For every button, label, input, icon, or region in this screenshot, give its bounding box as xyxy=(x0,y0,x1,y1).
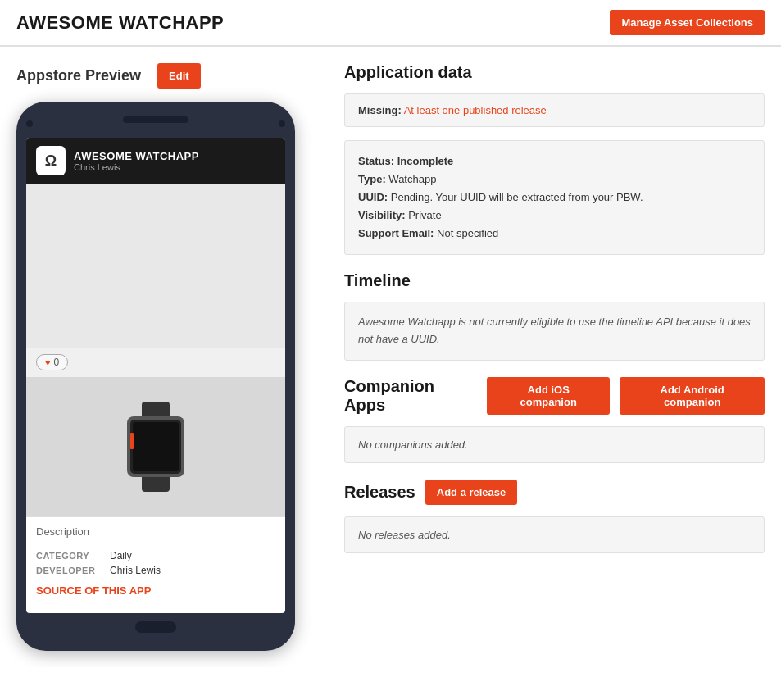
watch-image xyxy=(119,402,193,492)
phone-camera-area xyxy=(26,116,285,131)
missing-text: At least one published release xyxy=(404,104,547,116)
likes-bar: ♥ 0 xyxy=(26,348,285,377)
no-releases-box: No releases added. xyxy=(344,516,765,553)
releases-title: Releases xyxy=(344,483,415,502)
appstore-preview-title: Appstore Preview xyxy=(16,67,141,84)
description-section: Description CATEGORY Daily DEVELOPER Chr… xyxy=(26,516,285,605)
app-header-bar: Ω AWESOME WATCHAPP Chris Lewis xyxy=(26,138,285,184)
releases-section-header: Releases Add a release xyxy=(344,480,765,505)
category-value: Daily xyxy=(110,550,132,561)
add-release-button[interactable]: Add a release xyxy=(425,480,518,505)
app-icon: Ω xyxy=(36,146,66,175)
status-value: Incomplete xyxy=(397,155,454,167)
source-of-app-link[interactable]: SOURCE OF THIS APP xyxy=(36,584,275,597)
app-developer-name: Chris Lewis xyxy=(74,162,199,172)
uuid-row: UUID: Pending. Your UUID will be extract… xyxy=(358,189,751,207)
companion-apps-section-header: Companion Apps Add iOS companion Add And… xyxy=(344,377,765,415)
visibility-row: Visibility: Private xyxy=(358,207,751,225)
type-value: Watchapp xyxy=(388,173,436,185)
category-key: CATEGORY xyxy=(36,551,110,561)
main-content: Appstore Preview Edit Ω AWESOME WATCHAPP… xyxy=(0,47,781,667)
no-companions-box: No companions added. xyxy=(344,426,765,463)
phone-dot-left xyxy=(26,120,33,127)
meta-table: CATEGORY Daily DEVELOPER Chris Lewis xyxy=(36,550,275,576)
type-label: Type: xyxy=(358,173,386,185)
type-row: Type: Watchapp xyxy=(358,170,751,189)
phone-home-button xyxy=(135,621,176,633)
likes-count: 0 xyxy=(54,357,60,368)
watch-preview-area xyxy=(26,377,285,516)
phone-dot-right xyxy=(279,120,285,127)
left-panel-header: Appstore Preview Edit xyxy=(16,63,320,89)
add-ios-companion-button[interactable]: Add iOS companion xyxy=(487,377,610,415)
app-header-text: AWESOME WATCHAPP Chris Lewis xyxy=(74,150,199,172)
status-label: Status: xyxy=(358,155,394,167)
meta-row-developer: DEVELOPER Chris Lewis xyxy=(36,565,275,576)
phone-mockup: Ω AWESOME WATCHAPP Chris Lewis ♥ 0 xyxy=(16,102,295,651)
app-info-box: Status: Incomplete Type: Watchapp UUID: … xyxy=(344,140,765,255)
support-label: Support Email: xyxy=(358,227,434,239)
meta-row-category: CATEGORY Daily xyxy=(36,550,275,561)
developer-key: DEVELOPER xyxy=(36,566,110,575)
heart-icon: ♥ xyxy=(45,357,51,367)
add-android-companion-button[interactable]: Add Android companion xyxy=(620,377,765,415)
developer-value: Chris Lewis xyxy=(110,565,161,576)
description-label: Description xyxy=(36,525,275,543)
likes-badge: ♥ 0 xyxy=(36,354,68,370)
app-data-section-title: Application data xyxy=(344,63,765,82)
svg-rect-5 xyxy=(130,433,134,449)
status-row: Status: Incomplete xyxy=(358,152,751,170)
right-panel: Application data Missing: At least one p… xyxy=(344,63,765,651)
timeline-box: Awesome Watchapp is not currently eligib… xyxy=(344,302,765,361)
edit-button[interactable]: Edit xyxy=(157,63,201,89)
phone-screen: Ω AWESOME WATCHAPP Chris Lewis ♥ 0 xyxy=(26,138,285,613)
timeline-section-title: Timeline xyxy=(344,271,765,290)
page-title: AWESOME WATCHAPP xyxy=(16,12,224,34)
visibility-label: Visibility: xyxy=(358,209,406,221)
missing-alert-box: Missing: At least one published release xyxy=(344,93,765,127)
support-value: Not specified xyxy=(437,227,498,239)
phone-screen-body xyxy=(26,184,285,348)
manage-asset-collections-button[interactable]: Manage Asset Collections xyxy=(610,10,765,35)
uuid-label: UUID: xyxy=(358,191,388,203)
app-name: AWESOME WATCHAPP xyxy=(74,150,199,162)
companion-apps-title: Companion Apps xyxy=(344,377,477,415)
missing-label: Missing: xyxy=(358,104,402,116)
phone-speaker xyxy=(123,116,188,123)
svg-rect-4 xyxy=(133,422,179,471)
uuid-value: Pending. Your UUID will be extracted fro… xyxy=(391,191,643,203)
visibility-value: Private xyxy=(408,209,441,221)
page-header: AWESOME WATCHAPP Manage Asset Collection… xyxy=(0,0,781,47)
support-row: Support Email: Not specified xyxy=(358,225,751,243)
left-panel: Appstore Preview Edit Ω AWESOME WATCHAPP… xyxy=(16,63,320,651)
